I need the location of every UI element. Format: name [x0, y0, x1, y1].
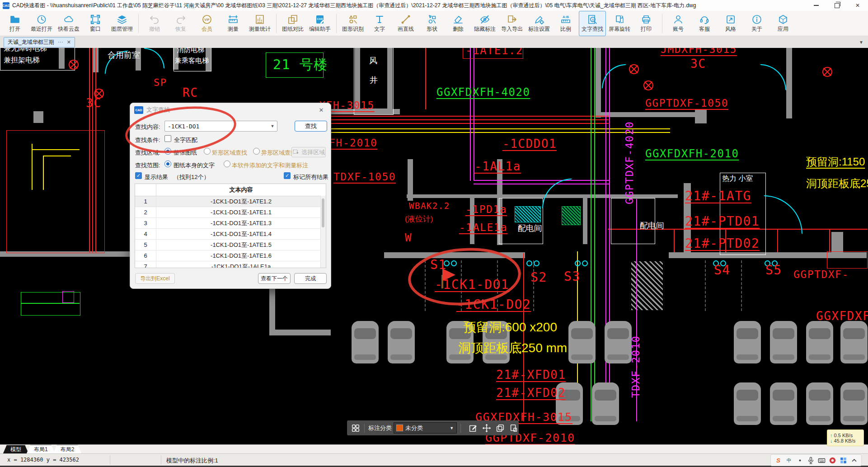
- toolbar-item-window[interactable]: 窗口: [82, 11, 108, 36]
- copy-annotation-icon[interactable]: [495, 423, 505, 433]
- palette-icon[interactable]: [827, 455, 838, 465]
- toolbar-item-recent-open[interactable]: 最近打开: [28, 11, 55, 36]
- toolbar-item-undo[interactable]: 撤销: [141, 11, 168, 36]
- toolbar-item-cloud-disk[interactable]: 快看云盘: [55, 11, 82, 36]
- result-row[interactable]: 5-1CK1-DO1至-1ATE1.5: [135, 240, 326, 250]
- toolbar-item-edit-assistant[interactable]: CAD编辑助手: [306, 11, 333, 36]
- toolbar-item-drawing-compare[interactable]: 图纸对比: [279, 11, 306, 36]
- close-icon: ✕: [855, 2, 860, 9]
- toolbar-item-apps[interactable]: 应用: [770, 11, 796, 36]
- radio-rect-region[interactable]: [204, 148, 211, 155]
- toolbar-item-vip-member[interactable]: VIP会员: [194, 11, 220, 36]
- mic-icon[interactable]: [805, 455, 816, 465]
- mark-all-label[interactable]: 标记所有结果: [293, 173, 328, 181]
- toolbar-item-annotation-settings[interactable]: 标注设置: [525, 11, 553, 36]
- draw-line-icon: [400, 14, 411, 25]
- dot-icon[interactable]: [794, 455, 805, 465]
- gridblue-icon[interactable]: [838, 455, 849, 465]
- result-row-index: 6: [135, 250, 156, 261]
- dialog-title-bar[interactable]: CAD 文字查找: [130, 103, 331, 117]
- view-next-button[interactable]: 查看下一个: [258, 273, 291, 284]
- toolbar-item-shapes[interactable]: 形状: [419, 11, 445, 36]
- results-scrollbar[interactable]: [320, 196, 326, 268]
- toolbar-item-text-find[interactable]: A文字查找: [579, 11, 606, 36]
- tab-list-dropdown-icon[interactable]: ▼: [859, 40, 863, 45]
- toolbar-item-hide-annotation[interactable]: 隐藏标注: [471, 11, 498, 36]
- result-row[interactable]: 1-1CK1-DO1至-1ATE1.2: [135, 196, 326, 207]
- toolbar-item-scale[interactable]: A:B比例: [553, 11, 579, 36]
- cad-text: 合用前室: [108, 51, 140, 59]
- toolbar-item-text[interactable]: 文字: [366, 11, 393, 36]
- toolbar-item-account[interactable]: 账号: [665, 11, 691, 36]
- category-dropdown[interactable]: 未分类 ▼: [394, 422, 457, 434]
- radio-drawing-text-label[interactable]: 图纸本身的文字: [174, 161, 215, 170]
- mark-all-checkbox[interactable]: [284, 172, 291, 179]
- restore-button[interactable]: [826, 0, 847, 11]
- search-input[interactable]: -1CK1-DO1 ▼: [164, 121, 277, 132]
- toolbar-item-delete[interactable]: 删除: [445, 11, 471, 36]
- sogou-icon[interactable]: S: [773, 455, 784, 465]
- result-row[interactable]: 7-1CK1-DO1至-1ALE1a: [135, 261, 326, 268]
- export-excel-button[interactable]: 导出到Excel: [135, 273, 175, 284]
- result-row[interactable]: 2-1CK1-DO1至-1ATE1.1: [135, 207, 326, 218]
- radio-whole-drawing-label[interactable]: 整张图纸: [174, 149, 197, 157]
- done-button[interactable]: 完成: [294, 273, 327, 284]
- cad-text: 配电间: [640, 222, 664, 230]
- paste-annotation-icon[interactable]: [509, 423, 519, 433]
- wall-segment: [596, 48, 601, 118]
- radio-app-added-text[interactable]: [224, 160, 230, 167]
- toolbar-item-redo[interactable]: 恢复: [168, 11, 194, 36]
- toolbar-item-service[interactable]: 客服: [691, 11, 718, 36]
- toolbar-item-shape-recognize[interactable]: 图形识别: [339, 11, 366, 36]
- show-results-label[interactable]: 显示结果: [145, 173, 168, 181]
- cad-text: 井: [370, 76, 378, 84]
- dialog-close-icon[interactable]: ✕: [317, 106, 325, 114]
- socket-symbol: [582, 260, 588, 266]
- langzh-icon[interactable]: 中: [784, 455, 794, 465]
- toolbar-item-print[interactable]: 打印: [633, 11, 659, 36]
- radio-drawing-text[interactable]: [164, 160, 171, 167]
- edit-annotation-icon[interactable]: [468, 423, 478, 433]
- toolbar-item-open[interactable]: 打开: [2, 11, 28, 36]
- minimize-button[interactable]: [806, 0, 826, 11]
- select-region-button[interactable]: 选择区域: [291, 147, 326, 157]
- toolbar-item-style[interactable]: 风格: [718, 11, 744, 36]
- tab-close-icon[interactable]: ✕: [67, 39, 71, 45]
- category-grid-icon[interactable]: [351, 423, 361, 433]
- svg-text:VIP: VIP: [204, 18, 210, 21]
- radio-app-added-text-label[interactable]: 本软件添加的文字和测量标注: [232, 161, 308, 170]
- cad-text: JMDXFH-3015: [661, 48, 737, 55]
- chevup-icon[interactable]: [849, 455, 859, 465]
- radio-whole-drawing[interactable]: [164, 148, 171, 155]
- document-tab[interactable]: 天诚_龙域华都三期 ⋯ ✕: [4, 37, 75, 47]
- scrollbar-thumb[interactable]: [322, 198, 324, 227]
- whole-word-checkbox[interactable]: [164, 135, 171, 142]
- toolbar-item-layer-manager[interactable]: 图层管理: [108, 11, 136, 36]
- layout-tab-布局2[interactable]: 布局2: [53, 445, 82, 454]
- toolbar-item-measure-stats[interactable]: 测量统计: [246, 11, 273, 36]
- cad-text: -1CK1-DO1: [435, 278, 509, 291]
- radio-rect-region-label[interactable]: 矩形区域查找: [212, 149, 247, 157]
- find-button[interactable]: 查找: [295, 121, 327, 132]
- result-row[interactable]: 6-1CK1-DO1至-1ATE1.6: [135, 250, 326, 261]
- toolbar-item-screen-rotate[interactable]: 屏幕旋转: [606, 11, 633, 36]
- results-table[interactable]: 文本内容 1-1CK1-DO1至-1ATE1.22-1CK1-DO1至-1ATE…: [135, 184, 326, 268]
- toolbar-item-measure[interactable]: 测量: [220, 11, 246, 36]
- combo-chevron-down-icon[interactable]: ▼: [268, 124, 277, 128]
- move-annotation-icon[interactable]: [482, 423, 492, 433]
- result-row[interactable]: 3-1CK1-DO1至-1ATE1.3: [135, 218, 326, 229]
- toolbar-item-about[interactable]: 关于: [744, 11, 770, 36]
- show-results-checkbox[interactable]: [135, 172, 142, 179]
- toolbar-item-import-export[interactable]: 导入导出: [498, 11, 525, 36]
- parked-car: [592, 382, 619, 425]
- keyboard-icon[interactable]: [816, 455, 827, 465]
- toolbar-item-label: 标注设置: [528, 25, 550, 33]
- layout-tab-布局1[interactable]: 布局1: [26, 445, 56, 454]
- result-row[interactable]: 4-1CK1-DO1至-1ATE1.4: [135, 229, 326, 240]
- radio-polygon-region[interactable]: [253, 148, 260, 155]
- whole-word-label[interactable]: 全字匹配: [174, 136, 197, 144]
- toolbar-item-draw-line[interactable]: 画直线: [393, 11, 419, 36]
- layout-tab-模型[interactable]: 模型: [3, 445, 29, 454]
- close-button[interactable]: ✕: [847, 0, 868, 11]
- tab-overflow-icon[interactable]: ⋯: [58, 39, 63, 45]
